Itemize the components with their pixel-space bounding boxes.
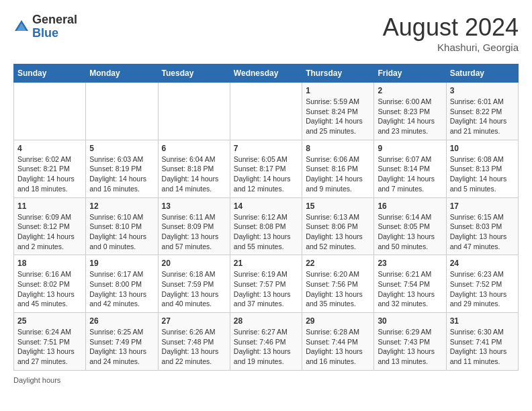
calendar-cell: 1Sunrise: 5:59 AMSunset: 8:24 PMDaylight…: [302, 83, 374, 140]
day-number: 2: [378, 86, 442, 95]
calendar-footer: Daylight hours: [13, 376, 519, 384]
day-number: 19: [89, 259, 154, 268]
day-detail: Sunrise: 6:15 AMSunset: 8:03 PMDaylight:…: [450, 212, 515, 252]
day-number: 13: [162, 201, 226, 211]
calendar-cell: 13Sunrise: 6:11 AMSunset: 8:09 PMDayligh…: [158, 197, 230, 255]
day-number: 3: [450, 86, 515, 95]
logo: General Blue: [13, 13, 77, 40]
week-row-1: 4Sunrise: 6:02 AMSunset: 8:21 PMDaylight…: [14, 140, 519, 197]
day-detail: Sunrise: 6:29 AMSunset: 7:43 PMDaylight:…: [378, 327, 442, 367]
calendar-cell: 21Sunrise: 6:19 AMSunset: 7:57 PMDayligh…: [230, 255, 302, 313]
day-number: 31: [450, 316, 515, 326]
calendar-cell: 16Sunrise: 6:14 AMSunset: 8:05 PMDayligh…: [374, 197, 446, 255]
logo-general-text: General: [32, 13, 77, 27]
calendar-cell: [158, 83, 230, 140]
calendar-cell: 9Sunrise: 6:07 AMSunset: 8:14 PMDaylight…: [374, 140, 446, 197]
calendar-cell: 28Sunrise: 6:27 AMSunset: 7:46 PMDayligh…: [230, 313, 302, 371]
day-detail: Sunrise: 6:01 AMSunset: 8:22 PMDaylight:…: [450, 97, 515, 136]
calendar-cell: 4Sunrise: 6:02 AMSunset: 8:21 PMDaylight…: [14, 140, 86, 197]
day-number: 24: [450, 259, 515, 268]
calendar-cell: 29Sunrise: 6:28 AMSunset: 7:44 PMDayligh…: [302, 313, 374, 371]
day-number: 1: [306, 86, 370, 95]
calendar-cell: 19Sunrise: 6:17 AMSunset: 8:00 PMDayligh…: [86, 255, 158, 313]
day-detail: Sunrise: 6:30 AMSunset: 7:41 PMDaylight:…: [450, 327, 515, 367]
day-detail: Sunrise: 6:12 AMSunset: 8:08 PMDaylight:…: [234, 212, 298, 252]
day-detail: Sunrise: 6:08 AMSunset: 8:13 PMDaylight:…: [450, 154, 515, 194]
calendar-cell: [14, 83, 86, 140]
day-number: 15: [306, 201, 370, 211]
week-row-2: 11Sunrise: 6:09 AMSunset: 8:12 PMDayligh…: [14, 197, 519, 255]
header-day-wednesday: Wednesday: [230, 64, 302, 83]
calendar-cell: [230, 83, 302, 140]
day-detail: Sunrise: 6:03 AMSunset: 8:19 PMDaylight:…: [89, 154, 154, 194]
calendar-cell: 6Sunrise: 6:04 AMSunset: 8:18 PMDaylight…: [158, 140, 230, 197]
calendar-cell: 23Sunrise: 6:21 AMSunset: 7:54 PMDayligh…: [374, 255, 446, 313]
day-detail: Sunrise: 6:05 AMSunset: 8:17 PMDaylight:…: [234, 154, 298, 194]
title-block: August 2024 Khashuri, Georgia: [383, 13, 519, 53]
calendar-cell: 31Sunrise: 6:30 AMSunset: 7:41 PMDayligh…: [446, 313, 518, 371]
calendar-cell: 12Sunrise: 6:10 AMSunset: 8:10 PMDayligh…: [86, 197, 158, 255]
day-detail: Sunrise: 6:06 AMSunset: 8:16 PMDaylight:…: [306, 154, 370, 194]
calendar-cell: 24Sunrise: 6:23 AMSunset: 7:52 PMDayligh…: [446, 255, 518, 313]
header-day-monday: Monday: [86, 64, 158, 83]
calendar-cell: [86, 83, 158, 140]
day-detail: Sunrise: 6:10 AMSunset: 8:10 PMDaylight:…: [89, 212, 154, 252]
day-detail: Sunrise: 6:18 AMSunset: 7:59 PMDaylight:…: [162, 269, 226, 309]
header-day-saturday: Saturday: [446, 64, 518, 83]
month-year-title: August 2024: [383, 13, 519, 42]
day-number: 23: [378, 259, 442, 268]
day-detail: Sunrise: 6:28 AMSunset: 7:44 PMDaylight:…: [306, 327, 370, 367]
calendar-cell: 14Sunrise: 6:12 AMSunset: 8:08 PMDayligh…: [230, 197, 302, 255]
day-detail: Sunrise: 6:13 AMSunset: 8:06 PMDaylight:…: [306, 212, 370, 252]
day-detail: Sunrise: 6:20 AMSunset: 7:56 PMDaylight:…: [306, 269, 370, 309]
day-number: 28: [234, 316, 298, 326]
day-number: 7: [234, 144, 298, 153]
day-detail: Sunrise: 6:17 AMSunset: 8:00 PMDaylight:…: [89, 269, 154, 309]
day-number: 25: [17, 316, 82, 326]
calendar-cell: 27Sunrise: 6:26 AMSunset: 7:48 PMDayligh…: [158, 313, 230, 371]
day-detail: Sunrise: 6:16 AMSunset: 8:02 PMDaylight:…: [17, 269, 82, 309]
calendar-table: SundayMondayTuesdayWednesdayThursdayFrid…: [13, 64, 519, 371]
calendar-cell: 30Sunrise: 6:29 AMSunset: 7:43 PMDayligh…: [374, 313, 446, 371]
day-number: 16: [378, 201, 442, 211]
calendar-cell: 25Sunrise: 6:24 AMSunset: 7:51 PMDayligh…: [14, 313, 86, 371]
calendar-cell: 7Sunrise: 6:05 AMSunset: 8:17 PMDaylight…: [230, 140, 302, 197]
day-number: 11: [17, 201, 82, 211]
calendar-cell: 15Sunrise: 6:13 AMSunset: 8:06 PMDayligh…: [302, 197, 374, 255]
calendar-cell: 5Sunrise: 6:03 AMSunset: 8:19 PMDaylight…: [86, 140, 158, 197]
header-day-thursday: Thursday: [302, 64, 374, 83]
calendar-cell: 22Sunrise: 6:20 AMSunset: 7:56 PMDayligh…: [302, 255, 374, 313]
calendar-cell: 2Sunrise: 6:00 AMSunset: 8:23 PMDaylight…: [374, 83, 446, 140]
day-detail: Sunrise: 6:27 AMSunset: 7:46 PMDaylight:…: [234, 327, 298, 367]
day-detail: Sunrise: 6:09 AMSunset: 8:12 PMDaylight:…: [17, 212, 82, 252]
day-number: 9: [378, 144, 442, 153]
day-detail: Sunrise: 6:21 AMSunset: 7:54 PMDaylight:…: [378, 269, 442, 309]
day-detail: Sunrise: 6:11 AMSunset: 8:09 PMDaylight:…: [162, 212, 226, 252]
day-number: 14: [234, 201, 298, 211]
day-detail: Sunrise: 6:04 AMSunset: 8:18 PMDaylight:…: [162, 154, 226, 194]
day-number: 10: [450, 144, 515, 153]
week-row-0: 1Sunrise: 5:59 AMSunset: 8:24 PMDaylight…: [14, 83, 519, 140]
day-number: 30: [378, 316, 442, 326]
day-detail: Sunrise: 6:00 AMSunset: 8:23 PMDaylight:…: [378, 97, 442, 136]
day-number: 21: [234, 259, 298, 268]
day-number: 29: [306, 316, 370, 326]
day-detail: Sunrise: 5:59 AMSunset: 8:24 PMDaylight:…: [306, 97, 370, 136]
day-detail: Sunrise: 6:25 AMSunset: 7:49 PMDaylight:…: [89, 327, 154, 367]
day-detail: Sunrise: 6:19 AMSunset: 7:57 PMDaylight:…: [234, 269, 298, 309]
day-number: 8: [306, 144, 370, 153]
calendar-cell: 26Sunrise: 6:25 AMSunset: 7:49 PMDayligh…: [86, 313, 158, 371]
calendar-header: SundayMondayTuesdayWednesdayThursdayFrid…: [14, 64, 519, 83]
day-detail: Sunrise: 6:23 AMSunset: 7:52 PMDaylight:…: [450, 269, 515, 309]
calendar-cell: 3Sunrise: 6:01 AMSunset: 8:22 PMDaylight…: [446, 83, 518, 140]
header-day-tuesday: Tuesday: [158, 64, 230, 83]
day-detail: Sunrise: 6:14 AMSunset: 8:05 PMDaylight:…: [378, 212, 442, 252]
calendar-cell: 11Sunrise: 6:09 AMSunset: 8:12 PMDayligh…: [14, 197, 86, 255]
week-row-4: 25Sunrise: 6:24 AMSunset: 7:51 PMDayligh…: [14, 313, 519, 371]
day-number: 26: [89, 316, 154, 326]
day-number: 5: [89, 144, 154, 153]
daylight-hours-label: Daylight hours: [13, 376, 60, 384]
day-number: 18: [17, 259, 82, 268]
day-number: 22: [306, 259, 370, 268]
calendar-body: 1Sunrise: 5:59 AMSunset: 8:24 PMDaylight…: [14, 83, 519, 371]
